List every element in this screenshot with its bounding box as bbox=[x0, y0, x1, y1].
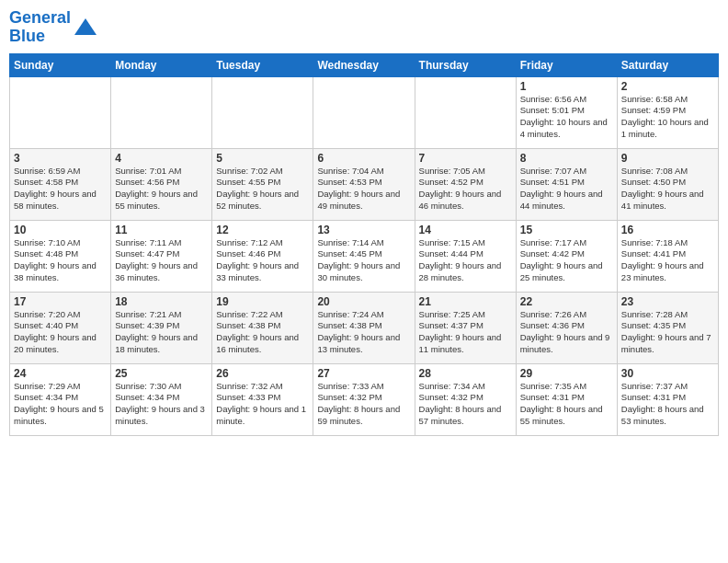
day-header-wednesday: Wednesday bbox=[313, 53, 415, 76]
day-info: Sunrise: 7:02 AMSunset: 4:55 PMDaylight:… bbox=[216, 166, 309, 213]
calendar-cell: 22Sunrise: 7:26 AMSunset: 4:36 PMDayligh… bbox=[516, 292, 617, 363]
calendar-cell: 19Sunrise: 7:22 AMSunset: 4:38 PMDayligh… bbox=[212, 292, 313, 363]
day-number: 16 bbox=[621, 224, 714, 236]
calendar-cell: 21Sunrise: 7:25 AMSunset: 4:37 PMDayligh… bbox=[415, 292, 516, 363]
day-number: 21 bbox=[419, 295, 512, 308]
calendar-table: SundayMondayTuesdayWednesdayThursdayFrid… bbox=[9, 53, 719, 436]
calendar-cell: 9Sunrise: 7:08 AMSunset: 4:50 PMDaylight… bbox=[617, 148, 718, 220]
day-info: Sunrise: 7:30 AMSunset: 4:34 PMDaylight:… bbox=[115, 381, 208, 428]
calendar-cell: 29Sunrise: 7:35 AMSunset: 4:31 PMDayligh… bbox=[516, 363, 617, 435]
logo-icon bbox=[73, 15, 98, 40]
day-number: 4 bbox=[115, 152, 208, 165]
calendar-cell: 20Sunrise: 7:24 AMSunset: 4:38 PMDayligh… bbox=[313, 292, 415, 363]
day-info: Sunrise: 7:34 AMSunset: 4:32 PMDaylight:… bbox=[419, 381, 512, 428]
day-info: Sunrise: 7:15 AMSunset: 4:44 PMDaylight:… bbox=[419, 237, 512, 284]
day-header-saturday: Saturday bbox=[617, 53, 718, 76]
calendar-cell: 13Sunrise: 7:14 AMSunset: 4:45 PMDayligh… bbox=[313, 220, 415, 292]
calendar-cell: 1Sunrise: 6:56 AMSunset: 5:01 PMDaylight… bbox=[516, 76, 617, 148]
day-header-sunday: Sunday bbox=[10, 53, 111, 76]
calendar-cell: 6Sunrise: 7:04 AMSunset: 4:53 PMDaylight… bbox=[313, 148, 415, 220]
day-info: Sunrise: 7:24 AMSunset: 4:38 PMDaylight:… bbox=[317, 309, 410, 356]
calendar-cell: 17Sunrise: 7:20 AMSunset: 4:40 PMDayligh… bbox=[10, 292, 111, 363]
day-number: 19 bbox=[216, 295, 309, 308]
day-header-tuesday: Tuesday bbox=[212, 53, 313, 76]
day-number: 18 bbox=[115, 295, 208, 308]
calendar-cell: 30Sunrise: 7:37 AMSunset: 4:31 PMDayligh… bbox=[617, 363, 718, 435]
day-header-friday: Friday bbox=[516, 53, 617, 76]
calendar-cell: 15Sunrise: 7:17 AMSunset: 4:42 PMDayligh… bbox=[516, 220, 617, 292]
day-info: Sunrise: 7:25 AMSunset: 4:37 PMDaylight:… bbox=[419, 309, 512, 356]
calendar-header-row: SundayMondayTuesdayWednesdayThursdayFrid… bbox=[10, 53, 719, 76]
calendar-cell bbox=[313, 76, 415, 148]
calendar-cell bbox=[415, 76, 516, 148]
day-header-monday: Monday bbox=[111, 53, 212, 76]
day-info: Sunrise: 6:59 AMSunset: 4:58 PMDaylight:… bbox=[14, 166, 107, 213]
day-info: Sunrise: 7:35 AMSunset: 4:31 PMDaylight:… bbox=[520, 381, 613, 428]
calendar-week-5: 24Sunrise: 7:29 AMSunset: 4:34 PMDayligh… bbox=[10, 363, 719, 435]
day-number: 23 bbox=[621, 295, 714, 308]
day-number: 11 bbox=[115, 224, 208, 236]
day-number: 14 bbox=[419, 224, 512, 236]
day-number: 15 bbox=[520, 224, 613, 236]
calendar-week-2: 3Sunrise: 6:59 AMSunset: 4:58 PMDaylight… bbox=[10, 148, 719, 220]
day-info: Sunrise: 7:04 AMSunset: 4:53 PMDaylight:… bbox=[317, 166, 410, 213]
day-number: 25 bbox=[115, 367, 208, 380]
calendar-cell: 5Sunrise: 7:02 AMSunset: 4:55 PMDaylight… bbox=[212, 148, 313, 220]
day-info: Sunrise: 7:33 AMSunset: 4:32 PMDaylight:… bbox=[317, 381, 410, 428]
day-number: 6 bbox=[317, 152, 410, 165]
day-number: 8 bbox=[520, 152, 613, 165]
logo: General Blue bbox=[9, 9, 98, 46]
day-number: 28 bbox=[419, 367, 512, 380]
calendar-cell: 14Sunrise: 7:15 AMSunset: 4:44 PMDayligh… bbox=[415, 220, 516, 292]
day-header-thursday: Thursday bbox=[415, 53, 516, 76]
day-number: 27 bbox=[317, 367, 410, 380]
day-info: Sunrise: 7:12 AMSunset: 4:46 PMDaylight:… bbox=[216, 237, 309, 284]
day-number: 3 bbox=[14, 152, 107, 165]
day-info: Sunrise: 7:20 AMSunset: 4:40 PMDaylight:… bbox=[14, 309, 107, 356]
day-number: 9 bbox=[621, 152, 714, 165]
day-info: Sunrise: 7:10 AMSunset: 4:48 PMDaylight:… bbox=[14, 237, 107, 284]
calendar-cell: 3Sunrise: 6:59 AMSunset: 4:58 PMDaylight… bbox=[10, 148, 111, 220]
day-number: 2 bbox=[621, 80, 714, 93]
calendar-cell: 12Sunrise: 7:12 AMSunset: 4:46 PMDayligh… bbox=[212, 220, 313, 292]
calendar-cell bbox=[212, 76, 313, 148]
day-number: 30 bbox=[621, 367, 714, 380]
day-number: 20 bbox=[317, 295, 410, 308]
calendar-cell: 10Sunrise: 7:10 AMSunset: 4:48 PMDayligh… bbox=[10, 220, 111, 292]
day-number: 1 bbox=[520, 80, 613, 93]
calendar-week-1: 1Sunrise: 6:56 AMSunset: 5:01 PMDaylight… bbox=[10, 76, 719, 148]
calendar-cell: 28Sunrise: 7:34 AMSunset: 4:32 PMDayligh… bbox=[415, 363, 516, 435]
calendar-cell: 23Sunrise: 7:28 AMSunset: 4:35 PMDayligh… bbox=[617, 292, 718, 363]
day-number: 13 bbox=[317, 224, 410, 236]
day-number: 26 bbox=[216, 367, 309, 380]
calendar-week-4: 17Sunrise: 7:20 AMSunset: 4:40 PMDayligh… bbox=[10, 292, 719, 363]
day-info: Sunrise: 6:56 AMSunset: 5:01 PMDaylight:… bbox=[520, 94, 613, 141]
logo-text: General Blue bbox=[9, 9, 71, 46]
day-number: 7 bbox=[419, 152, 512, 165]
day-number: 5 bbox=[216, 152, 309, 165]
day-number: 24 bbox=[14, 367, 107, 380]
calendar-cell: 18Sunrise: 7:21 AMSunset: 4:39 PMDayligh… bbox=[111, 292, 212, 363]
day-number: 10 bbox=[14, 224, 107, 236]
day-info: Sunrise: 7:28 AMSunset: 4:35 PMDaylight:… bbox=[621, 309, 714, 356]
day-number: 12 bbox=[216, 224, 309, 236]
day-info: Sunrise: 7:14 AMSunset: 4:45 PMDaylight:… bbox=[317, 237, 410, 284]
day-number: 29 bbox=[520, 367, 613, 380]
calendar-cell bbox=[111, 76, 212, 148]
day-info: Sunrise: 7:21 AMSunset: 4:39 PMDaylight:… bbox=[115, 309, 208, 356]
calendar-cell: 4Sunrise: 7:01 AMSunset: 4:56 PMDaylight… bbox=[111, 148, 212, 220]
day-info: Sunrise: 6:58 AMSunset: 4:59 PMDaylight:… bbox=[621, 94, 714, 141]
day-info: Sunrise: 7:22 AMSunset: 4:38 PMDaylight:… bbox=[216, 309, 309, 356]
day-info: Sunrise: 7:01 AMSunset: 4:56 PMDaylight:… bbox=[115, 166, 208, 213]
day-info: Sunrise: 7:26 AMSunset: 4:36 PMDaylight:… bbox=[520, 309, 613, 356]
calendar-cell: 24Sunrise: 7:29 AMSunset: 4:34 PMDayligh… bbox=[10, 363, 111, 435]
day-number: 17 bbox=[14, 295, 107, 308]
calendar-cell: 25Sunrise: 7:30 AMSunset: 4:34 PMDayligh… bbox=[111, 363, 212, 435]
calendar-cell: 2Sunrise: 6:58 AMSunset: 4:59 PMDaylight… bbox=[617, 76, 718, 148]
calendar-cell bbox=[10, 76, 111, 148]
day-info: Sunrise: 7:32 AMSunset: 4:33 PMDaylight:… bbox=[216, 381, 309, 428]
header: General Blue bbox=[9, 9, 719, 46]
day-info: Sunrise: 7:37 AMSunset: 4:31 PMDaylight:… bbox=[621, 381, 714, 428]
calendar-cell: 7Sunrise: 7:05 AMSunset: 4:52 PMDaylight… bbox=[415, 148, 516, 220]
calendar-week-3: 10Sunrise: 7:10 AMSunset: 4:48 PMDayligh… bbox=[10, 220, 719, 292]
